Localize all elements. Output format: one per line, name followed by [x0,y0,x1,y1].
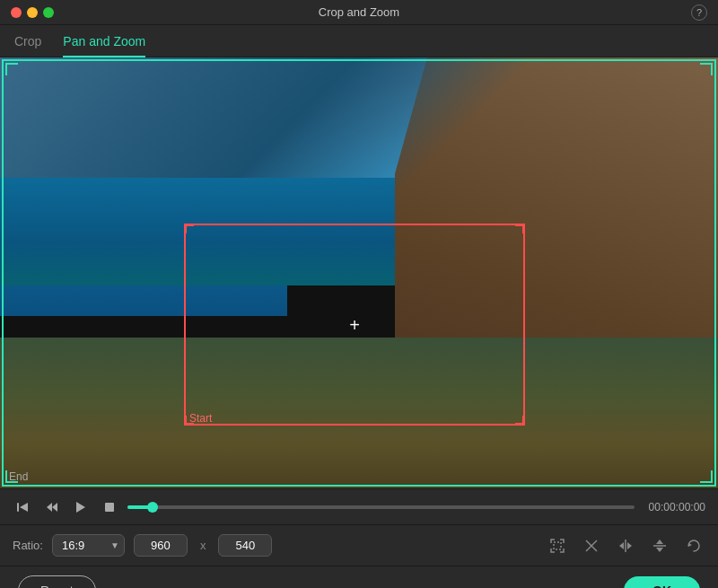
tab-crop[interactable]: Crop [14,34,41,57]
maximize-button[interactable] [43,7,54,18]
play-button[interactable] [70,496,92,518]
svg-marker-3 [52,503,57,512]
window-title: Crop and Zoom [319,5,399,19]
progress-bar[interactable] [127,505,635,509]
svg-marker-15 [688,543,692,547]
step-back-button[interactable] [13,496,34,518]
reset-crop-button[interactable] [580,534,603,557]
ratio-wrapper: 16:9 Original 1:1 4:3 9:16 Custom ▼ [52,534,125,557]
dimension-separator: x [200,539,206,552]
playback-controls: 00:00:00:00 [0,488,718,524]
width-input[interactable] [134,534,188,557]
close-button[interactable] [11,7,22,18]
sea-bg [0,187,287,316]
fit-crop-button[interactable] [546,534,569,557]
help-button[interactable]: ? [691,4,707,21]
window-controls [11,7,54,18]
video-preview[interactable]: Start End [0,57,718,488]
svg-marker-4 [76,502,85,513]
frame-back-button[interactable] [41,496,63,518]
svg-rect-5 [105,503,114,512]
icon-controls [546,534,705,557]
bottom-controls: Ratio: 16:9 Original 1:1 4:3 9:16 Custom… [0,524,718,566]
flip-horizontal-button[interactable] [614,534,637,557]
svg-rect-6 [554,542,561,549]
svg-marker-2 [47,503,52,512]
tab-bar: Crop Pan and Zoom [0,25,718,57]
svg-marker-11 [627,542,632,549]
reset-button[interactable]: Reset [18,575,96,588]
ratio-label: Ratio: [13,539,43,552]
progress-thumb[interactable] [147,502,158,513]
footer-bar: Reset OK [0,566,718,588]
rotate-button[interactable] [682,534,705,557]
svg-marker-1 [20,503,28,512]
ok-button[interactable]: OK [624,576,700,588]
minimize-button[interactable] [27,7,38,18]
stop-button[interactable] [99,496,120,518]
crop-crosshair [349,314,360,335]
svg-rect-0 [17,503,19,512]
tab-pan-zoom[interactable]: Pan and Zoom [63,34,145,57]
flip-vertical-button[interactable] [648,534,671,557]
titlebar: Crop and Zoom ? [0,0,718,25]
svg-marker-14 [656,548,663,552]
height-input[interactable] [218,534,272,557]
svg-marker-13 [656,540,663,544]
svg-marker-10 [619,542,624,549]
shore-bg [0,338,718,488]
end-label: End [9,470,28,483]
ratio-select[interactable]: 16:9 Original 1:1 4:3 9:16 Custom [52,534,125,557]
time-display: 00:00:00:00 [649,501,705,513]
